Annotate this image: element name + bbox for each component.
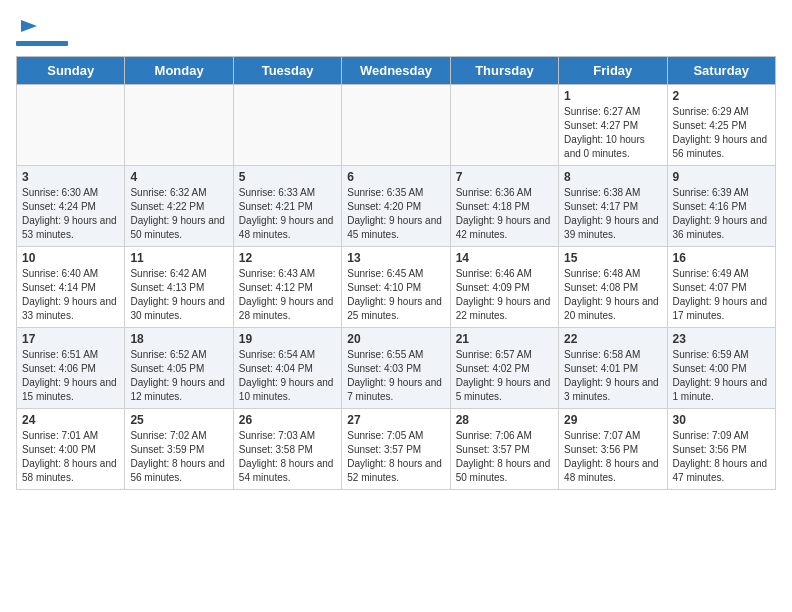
day-info: Sunrise: 7:06 AM Sunset: 3:57 PM Dayligh… [456,429,553,485]
calendar-cell: 4Sunrise: 6:32 AM Sunset: 4:22 PM Daylig… [125,166,233,247]
weekday-header-monday: Monday [125,57,233,85]
calendar-cell: 17Sunrise: 6:51 AM Sunset: 4:06 PM Dayli… [17,328,125,409]
day-number: 25 [130,413,227,427]
calendar-cell: 21Sunrise: 6:57 AM Sunset: 4:02 PM Dayli… [450,328,558,409]
calendar-week-4: 17Sunrise: 6:51 AM Sunset: 4:06 PM Dayli… [17,328,776,409]
svg-marker-0 [21,20,37,32]
day-info: Sunrise: 6:58 AM Sunset: 4:01 PM Dayligh… [564,348,661,404]
calendar-cell [233,85,341,166]
day-number: 12 [239,251,336,265]
calendar-cell: 26Sunrise: 7:03 AM Sunset: 3:58 PM Dayli… [233,409,341,490]
weekday-header-friday: Friday [559,57,667,85]
day-number: 8 [564,170,661,184]
day-number: 17 [22,332,119,346]
day-info: Sunrise: 6:54 AM Sunset: 4:04 PM Dayligh… [239,348,336,404]
day-number: 26 [239,413,336,427]
day-info: Sunrise: 6:49 AM Sunset: 4:07 PM Dayligh… [673,267,770,323]
day-number: 30 [673,413,770,427]
day-info: Sunrise: 7:07 AM Sunset: 3:56 PM Dayligh… [564,429,661,485]
calendar-cell: 11Sunrise: 6:42 AM Sunset: 4:13 PM Dayli… [125,247,233,328]
calendar-week-5: 24Sunrise: 7:01 AM Sunset: 4:00 PM Dayli… [17,409,776,490]
calendar-week-2: 3Sunrise: 6:30 AM Sunset: 4:24 PM Daylig… [17,166,776,247]
logo-arrow-icon [19,16,39,36]
day-number: 10 [22,251,119,265]
calendar-cell: 6Sunrise: 6:35 AM Sunset: 4:20 PM Daylig… [342,166,450,247]
logo [16,16,68,46]
day-number: 15 [564,251,661,265]
calendar-cell: 27Sunrise: 7:05 AM Sunset: 3:57 PM Dayli… [342,409,450,490]
calendar-table: SundayMondayTuesdayWednesdayThursdayFrid… [16,56,776,490]
day-number: 6 [347,170,444,184]
day-info: Sunrise: 6:30 AM Sunset: 4:24 PM Dayligh… [22,186,119,242]
day-number: 23 [673,332,770,346]
day-info: Sunrise: 6:40 AM Sunset: 4:14 PM Dayligh… [22,267,119,323]
day-number: 16 [673,251,770,265]
weekday-header-sunday: Sunday [17,57,125,85]
day-info: Sunrise: 6:27 AM Sunset: 4:27 PM Dayligh… [564,105,661,161]
day-number: 28 [456,413,553,427]
day-number: 21 [456,332,553,346]
day-number: 9 [673,170,770,184]
calendar-cell: 8Sunrise: 6:38 AM Sunset: 4:17 PM Daylig… [559,166,667,247]
calendar-week-1: 1Sunrise: 6:27 AM Sunset: 4:27 PM Daylig… [17,85,776,166]
day-info: Sunrise: 7:02 AM Sunset: 3:59 PM Dayligh… [130,429,227,485]
calendar-cell: 5Sunrise: 6:33 AM Sunset: 4:21 PM Daylig… [233,166,341,247]
calendar-cell: 3Sunrise: 6:30 AM Sunset: 4:24 PM Daylig… [17,166,125,247]
calendar-cell: 24Sunrise: 7:01 AM Sunset: 4:00 PM Dayli… [17,409,125,490]
day-info: Sunrise: 6:29 AM Sunset: 4:25 PM Dayligh… [673,105,770,161]
calendar-cell: 12Sunrise: 6:43 AM Sunset: 4:12 PM Dayli… [233,247,341,328]
day-number: 27 [347,413,444,427]
day-info: Sunrise: 6:55 AM Sunset: 4:03 PM Dayligh… [347,348,444,404]
day-info: Sunrise: 6:57 AM Sunset: 4:02 PM Dayligh… [456,348,553,404]
day-number: 5 [239,170,336,184]
calendar-cell: 15Sunrise: 6:48 AM Sunset: 4:08 PM Dayli… [559,247,667,328]
day-number: 14 [456,251,553,265]
calendar-cell: 22Sunrise: 6:58 AM Sunset: 4:01 PM Dayli… [559,328,667,409]
calendar-cell: 20Sunrise: 6:55 AM Sunset: 4:03 PM Dayli… [342,328,450,409]
calendar-cell: 9Sunrise: 6:39 AM Sunset: 4:16 PM Daylig… [667,166,775,247]
day-info: Sunrise: 7:03 AM Sunset: 3:58 PM Dayligh… [239,429,336,485]
calendar-cell [17,85,125,166]
day-number: 19 [239,332,336,346]
calendar-cell: 14Sunrise: 6:46 AM Sunset: 4:09 PM Dayli… [450,247,558,328]
day-number: 29 [564,413,661,427]
day-number: 18 [130,332,227,346]
day-info: Sunrise: 6:42 AM Sunset: 4:13 PM Dayligh… [130,267,227,323]
day-info: Sunrise: 6:38 AM Sunset: 4:17 PM Dayligh… [564,186,661,242]
calendar-cell: 18Sunrise: 6:52 AM Sunset: 4:05 PM Dayli… [125,328,233,409]
calendar-cell: 1Sunrise: 6:27 AM Sunset: 4:27 PM Daylig… [559,85,667,166]
day-info: Sunrise: 7:09 AM Sunset: 3:56 PM Dayligh… [673,429,770,485]
calendar-week-3: 10Sunrise: 6:40 AM Sunset: 4:14 PM Dayli… [17,247,776,328]
weekday-header-thursday: Thursday [450,57,558,85]
day-info: Sunrise: 6:32 AM Sunset: 4:22 PM Dayligh… [130,186,227,242]
calendar-cell: 7Sunrise: 6:36 AM Sunset: 4:18 PM Daylig… [450,166,558,247]
calendar-cell: 23Sunrise: 6:59 AM Sunset: 4:00 PM Dayli… [667,328,775,409]
day-info: Sunrise: 6:59 AM Sunset: 4:00 PM Dayligh… [673,348,770,404]
calendar-cell: 2Sunrise: 6:29 AM Sunset: 4:25 PM Daylig… [667,85,775,166]
calendar-cell: 25Sunrise: 7:02 AM Sunset: 3:59 PM Dayli… [125,409,233,490]
day-number: 2 [673,89,770,103]
day-info: Sunrise: 6:46 AM Sunset: 4:09 PM Dayligh… [456,267,553,323]
day-number: 13 [347,251,444,265]
calendar-cell [125,85,233,166]
page-header [16,16,776,46]
day-info: Sunrise: 6:52 AM Sunset: 4:05 PM Dayligh… [130,348,227,404]
weekday-header-row: SundayMondayTuesdayWednesdayThursdayFrid… [17,57,776,85]
day-info: Sunrise: 7:01 AM Sunset: 4:00 PM Dayligh… [22,429,119,485]
day-info: Sunrise: 6:35 AM Sunset: 4:20 PM Dayligh… [347,186,444,242]
calendar-cell [342,85,450,166]
day-info: Sunrise: 6:43 AM Sunset: 4:12 PM Dayligh… [239,267,336,323]
logo-underline [16,41,68,46]
day-info: Sunrise: 6:33 AM Sunset: 4:21 PM Dayligh… [239,186,336,242]
day-info: Sunrise: 6:48 AM Sunset: 4:08 PM Dayligh… [564,267,661,323]
day-number: 22 [564,332,661,346]
day-info: Sunrise: 6:39 AM Sunset: 4:16 PM Dayligh… [673,186,770,242]
day-info: Sunrise: 6:45 AM Sunset: 4:10 PM Dayligh… [347,267,444,323]
calendar-cell: 16Sunrise: 6:49 AM Sunset: 4:07 PM Dayli… [667,247,775,328]
day-info: Sunrise: 7:05 AM Sunset: 3:57 PM Dayligh… [347,429,444,485]
day-number: 3 [22,170,119,184]
weekday-header-saturday: Saturday [667,57,775,85]
calendar-cell: 29Sunrise: 7:07 AM Sunset: 3:56 PM Dayli… [559,409,667,490]
day-number: 4 [130,170,227,184]
calendar-cell: 19Sunrise: 6:54 AM Sunset: 4:04 PM Dayli… [233,328,341,409]
